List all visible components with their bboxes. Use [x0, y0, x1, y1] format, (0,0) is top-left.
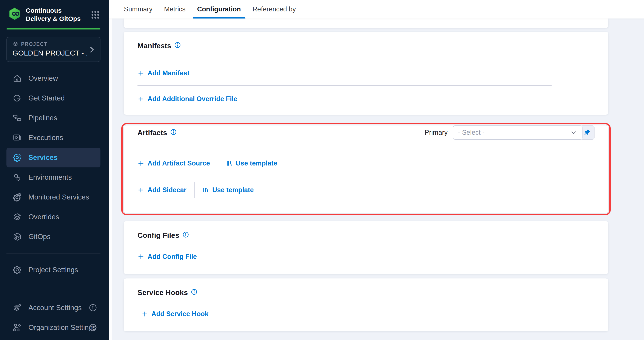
sidebar-item-monitored-services[interactable]: Monitored Services — [6, 187, 100, 207]
harness-logo-icon — [8, 7, 22, 21]
app-header: Continuous Delivery & GitOps — [0, 0, 109, 23]
project-settings-gear-icon — [12, 265, 22, 275]
tab-referenced-by[interactable]: Referenced by — [252, 0, 296, 19]
page-tabs: Summary Metrics Configuration Referenced… — [109, 0, 644, 19]
pin-icon — [583, 129, 591, 136]
sidebar-item-project-settings[interactable]: Project Settings — [6, 260, 100, 280]
service-hooks-title: Service Hooks — [138, 288, 188, 297]
tab-metrics[interactable]: Metrics — [164, 0, 186, 19]
use-template-artifact-button[interactable]: Use template — [226, 159, 277, 167]
add-artifact-source-button[interactable]: Add Artifact Source — [138, 159, 210, 167]
sidebar-item-overview[interactable]: Overview — [6, 69, 100, 88]
chevron-right-icon — [88, 45, 96, 54]
executions-icon — [12, 133, 22, 142]
sidebar-nav: Overview Get Started Pipelines — [0, 69, 109, 337]
pipelines-icon — [12, 113, 22, 123]
project-name: GOLDEN PROJECT - ... — [12, 49, 87, 57]
sidebar-item-pipelines[interactable]: Pipelines — [6, 108, 100, 128]
plus-icon — [138, 96, 144, 102]
use-template-sidecar-button[interactable]: Use template — [202, 186, 254, 194]
info-icon[interactable] — [191, 288, 198, 295]
chevron-down-icon — [570, 129, 577, 136]
configuration-content: Manifests Add Manifest Add Additional Ov… — [124, 19, 608, 331]
tab-summary[interactable]: Summary — [124, 0, 152, 19]
sidebar-item-gitops[interactable]: GitOps — [6, 227, 100, 247]
plus-icon — [138, 253, 144, 260]
sidebar-item-account-settings[interactable]: Account Settings — [6, 298, 100, 318]
primary-artifact-select[interactable]: - Select - — [453, 125, 582, 140]
primary-label: Primary — [424, 129, 448, 136]
manifests-title: Manifests — [138, 42, 171, 50]
manifests-card: Manifests Add Manifest Add Additional Ov… — [124, 32, 608, 115]
brand-green-divider — [6, 29, 100, 30]
sidebar-item-services[interactable]: Services — [6, 148, 100, 167]
sidebar-divider — [6, 293, 100, 293]
info-icon[interactable] — [182, 231, 189, 238]
info-icon[interactable] — [88, 323, 98, 332]
sidebar-item-get-started[interactable]: Get Started — [6, 88, 100, 108]
organization-settings-icon — [12, 323, 22, 332]
cube-icon — [12, 41, 18, 47]
add-service-hook-button[interactable]: Add Service Hook — [141, 310, 208, 318]
plus-icon — [141, 310, 148, 317]
sidebar-item-environments[interactable]: Environments — [6, 167, 100, 187]
service-hooks-card: Service Hooks Add Service Hook — [124, 278, 608, 331]
config-files-card: Config Files Add Config File — [124, 221, 608, 274]
add-additional-override-file-button[interactable]: Add Additional Override File — [138, 95, 237, 103]
template-icon — [202, 187, 209, 193]
config-files-title: Config Files — [138, 231, 180, 239]
sidebar: Continuous Delivery & GitOps PROJECT GOL… — [0, 0, 109, 340]
sidebar-item-executions[interactable]: Executions — [6, 128, 100, 148]
plus-icon — [138, 160, 144, 167]
project-label: PROJECT — [21, 41, 48, 47]
vertical-separator — [194, 182, 195, 198]
sidebar-divider — [6, 253, 100, 253]
template-icon — [226, 160, 232, 167]
environments-icon — [12, 173, 22, 182]
plus-icon — [138, 187, 144, 193]
manifest-divider — [138, 85, 552, 86]
add-config-file-button[interactable]: Add Config File — [138, 253, 197, 261]
tab-configuration[interactable]: Configuration — [197, 0, 241, 19]
add-manifest-button[interactable]: Add Manifest — [138, 69, 190, 77]
get-started-icon — [12, 93, 22, 103]
scrolled-card-edge — [124, 19, 608, 28]
sidebar-item-organization-settings[interactable]: Organization Settings — [6, 318, 100, 337]
info-icon[interactable] — [170, 129, 177, 135]
content-left-gutter — [109, 0, 112, 340]
artifacts-title: Artifacts — [138, 128, 167, 137]
home-icon — [12, 74, 22, 83]
plus-icon — [138, 70, 144, 77]
sidebar-item-overrides[interactable]: Overrides — [6, 207, 100, 227]
vertical-separator — [218, 155, 218, 172]
project-selector[interactable]: PROJECT GOLDEN PROJECT - ... — [6, 37, 100, 62]
gitops-icon — [12, 232, 22, 241]
module-title: Continuous Delivery & GitOps — [26, 7, 81, 23]
monitored-services-icon — [12, 192, 22, 202]
select-placeholder: - Select - — [458, 129, 570, 136]
info-icon[interactable] — [88, 303, 98, 312]
add-sidecar-button[interactable]: Add Sidecar — [138, 186, 186, 194]
artifacts-card: Artifacts Primary - Select - — [124, 125, 608, 213]
account-settings-icon — [12, 303, 22, 312]
services-gear-icon — [12, 153, 22, 162]
info-icon[interactable] — [174, 42, 181, 49]
module-grid-icon[interactable] — [90, 10, 100, 20]
overrides-layers-icon — [12, 212, 22, 222]
